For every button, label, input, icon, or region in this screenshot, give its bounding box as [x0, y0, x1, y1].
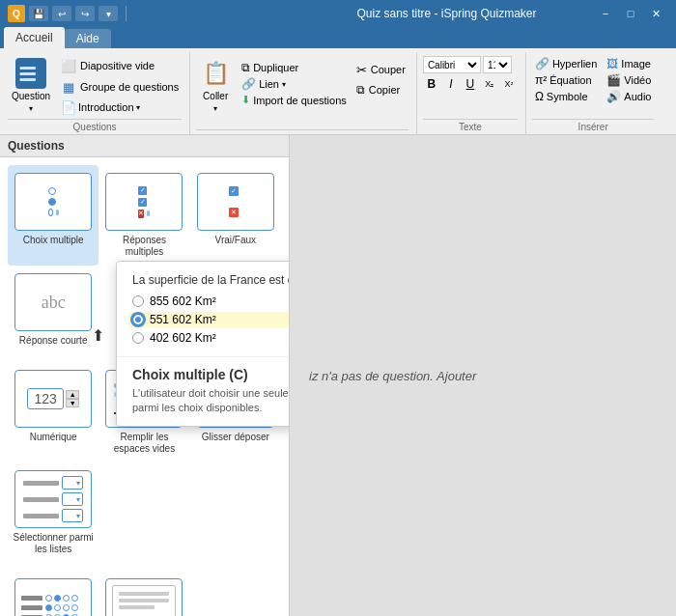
hyperlien-btn[interactable]: 🔗 Hyperlien	[532, 56, 600, 71]
copier-btn[interactable]: ⧉ Copier	[353, 80, 408, 99]
svg-point-1	[20, 67, 23, 70]
quick-access-btn[interactable]: 💾	[29, 6, 48, 21]
small-btns-group: ⬜ Diapositive vide ▦ Groupe de questions…	[58, 56, 182, 116]
symbole-label: Symbole	[547, 91, 588, 102]
symbole-icon: Ω	[535, 90, 544, 103]
window-controls: − □ ✕	[593, 0, 668, 27]
superscript-btn[interactable]: X²	[500, 75, 518, 93]
tooltip-desc: L'utilisateur doit choisir une seule rép…	[132, 386, 290, 416]
type-select-list[interactable]: ▾ ▾ ▾ Sélectionner parmi les listes	[8, 462, 99, 563]
tab-accueil[interactable]: Accueil	[4, 27, 65, 48]
audio-icon: 🔊	[606, 90, 621, 103]
audio-btn[interactable]: 🔊 Audio	[604, 89, 654, 104]
coller-button[interactable]: 📋 Coller ▾	[196, 56, 235, 115]
image-btn[interactable]: 🖼 Image	[604, 56, 654, 71]
numerique-label: Numérique	[30, 432, 77, 443]
audio-label: Audio	[624, 91, 651, 102]
diapositive-icon: ⬜	[61, 58, 76, 73]
image-label: Image	[621, 58, 651, 70]
tooltip-option-1: 855 602 Km²	[132, 294, 290, 308]
radio-2	[132, 314, 144, 325]
group-content-clipboard: 📋 Coller ▾ ⧉ Dupliquer 🔗 Lien ▾ ⬇ Import…	[196, 52, 408, 127]
right-panel: iz n'a pas de question. Ajouter	[290, 135, 676, 616]
essai-line3	[119, 605, 154, 609]
video-icon: 🎬	[606, 73, 621, 87]
likert-row1	[21, 595, 85, 602]
ribbon-group-questions: Question ▾ ⬜ Diapositive vide ▦ Groupe d…	[4, 52, 190, 134]
minimize-btn[interactable]: −	[593, 0, 618, 27]
type-vrai-faux[interactable]: ✓ ✕ Vrai/Faux	[190, 165, 281, 266]
svg-rect-0	[22, 67, 36, 70]
title-divider	[126, 6, 127, 21]
tooltip-question-text: La superficie de la France est de :	[132, 273, 290, 287]
diapositive-label: Diapositive vide	[80, 60, 155, 71]
diapositive-btn[interactable]: ⬜ Diapositive vide	[58, 56, 182, 75]
essai-box: ✏	[112, 585, 176, 616]
tooltip-option-3: 402 602 Km²	[132, 331, 290, 345]
introduction-btn[interactable]: 📄 Introduction ▾	[58, 98, 182, 116]
sl-text3	[23, 514, 59, 518]
undo-btn[interactable]: ↩	[52, 6, 71, 21]
type-likert[interactable]: Échelle de Likert	[8, 571, 99, 616]
tooltip-option-1-text: 855 602 Km²	[150, 294, 216, 308]
hyperlien-label: Hyperlien	[552, 58, 597, 70]
text-group-label: Texte	[423, 119, 518, 134]
abc-icon-content: abc	[15, 274, 91, 330]
symbole-btn[interactable]: Ω Symbole	[532, 89, 600, 104]
dupliquer-btn[interactable]: ⧉ Dupliquer	[239, 60, 350, 75]
tab-aide[interactable]: Aide	[65, 29, 111, 48]
reponse-courte-label: Réponse courte	[19, 335, 88, 347]
video-btn[interactable]: 🎬 Vidéo	[604, 72, 654, 88]
sl-row3: ▾	[23, 509, 83, 522]
essai-icon-content: ✏	[106, 579, 182, 616]
customize-btn[interactable]: ▾	[99, 6, 118, 21]
lien-btn[interactable]: 🔗 Lien ▾	[239, 76, 350, 92]
groupe-btn[interactable]: ▦ Groupe de questions	[58, 77, 182, 97]
intro-arrow: ▾	[136, 103, 140, 112]
group-content-questions: Question ▾ ⬜ Diapositive vide ▦ Groupe d…	[8, 52, 182, 117]
num-up: ▲	[66, 390, 79, 399]
select-list-label: Sélectionner parmi les listes	[12, 532, 95, 555]
type-choix-multiple[interactable]: Choix multiple	[8, 165, 99, 266]
intro-label: Introduction	[78, 101, 133, 113]
image-icon: 🖼	[606, 57, 618, 70]
vrai-faux-label: Vrai/Faux	[215, 235, 256, 246]
format-section: Calibri 11 B I U X₂ X²	[423, 56, 518, 93]
coller-icon: 📋	[200, 58, 231, 89]
italic-btn[interactable]: I	[442, 75, 460, 93]
font-size[interactable]: 11	[483, 56, 512, 73]
import-icon: ⬇	[241, 94, 250, 106]
question-label: Question	[12, 91, 50, 102]
tooltip-question-preview: La superficie de la France est de : 855 …	[117, 262, 290, 357]
hyperlien-icon: 🔗	[535, 57, 549, 70]
font-select[interactable]: Calibri	[423, 56, 481, 73]
groupe-icon: ▦	[61, 79, 76, 95]
sl-dd1: ▾	[62, 476, 83, 490]
import-btn[interactable]: ⬇ Import de questions	[239, 93, 350, 107]
num-down: ▼	[66, 399, 79, 407]
vf-icon-content: ✓ ✕	[219, 179, 252, 225]
type-reponse-courte[interactable]: abc Réponse courte	[8, 266, 99, 354]
question-button[interactable]: Question ▾	[8, 56, 54, 115]
radio-3	[132, 332, 144, 344]
window-title: Quiz sans titre - iSpring Quizmaker	[300, 7, 593, 20]
close-btn[interactable]: ✕	[643, 0, 668, 27]
underline-btn[interactable]: U	[462, 75, 479, 93]
essai-edit-icon: ✏	[162, 612, 171, 616]
sl-dd3: ▾	[62, 509, 83, 522]
equation-btn[interactable]: π² Équation	[532, 72, 600, 88]
ribbon: Question ▾ ⬜ Diapositive vide ▦ Groupe d…	[0, 48, 676, 135]
type-essai[interactable]: ✏ Essai	[99, 571, 189, 616]
type-reponses-multiples[interactable]: ✓ ✓ ✕ Réponses multiples	[99, 165, 189, 266]
lien-arrow: ▾	[282, 80, 286, 89]
likert-icon-content	[15, 579, 91, 616]
type-numerique[interactable]: 123 ▲ ▼ Numérique	[8, 362, 99, 462]
tooltip-type-title: Choix multiple (C)	[132, 367, 290, 382]
bold-btn[interactable]: B	[423, 75, 440, 93]
maximize-btn[interactable]: □	[618, 0, 643, 27]
couper-btn[interactable]: ✂ Couper	[353, 60, 408, 79]
redo-btn[interactable]: ↪	[75, 6, 95, 21]
subscript-btn[interactable]: X₂	[481, 75, 498, 93]
lc4	[71, 595, 78, 602]
format-buttons-row: B I U X₂ X²	[423, 75, 518, 93]
